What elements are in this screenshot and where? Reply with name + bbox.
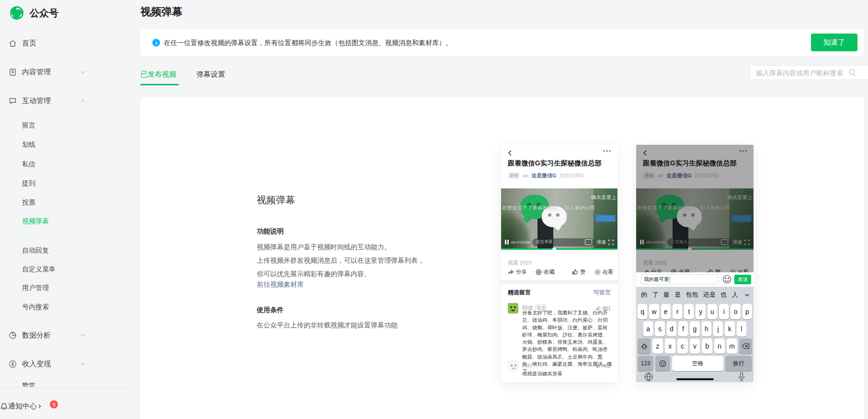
sidebar-subitem-video-danmaku[interactable]: 视频弹幕 [0, 217, 115, 226]
keyboard-key[interactable]: s [655, 321, 664, 337]
keyboard-key[interactable]: x [665, 338, 675, 354]
got-it-button[interactable]: 知道了 [811, 34, 857, 51]
sidebar-subitem-underline[interactable]: 划线 [0, 140, 115, 150]
sidebar-subitem-mention[interactable]: 提到 [0, 179, 115, 188]
video-player[interactable]: 确实是爱上了 在校生流下了羡慕的泪水 别人家的公司 05:17/23:54 发送… [501, 188, 617, 250]
author-link[interactable]: 这是微信G [531, 172, 557, 179]
sidebar-item-interaction-management[interactable]: 互动管理 [0, 95, 115, 106]
video-progress-bar[interactable] [501, 248, 617, 250]
bell-icon [0, 402, 8, 410]
danmaku-toggle-icon[interactable]: ✓ [585, 239, 592, 245]
sidebar-subitem-user-management[interactable]: 用户管理 [0, 283, 115, 293]
pause-button[interactable] [505, 240, 509, 244]
keyboard-key[interactable]: g [690, 321, 699, 337]
sidebar-item-content-management[interactable]: 内容管理 [0, 67, 115, 77]
sidebar-subitem-vote[interactable]: 投票 [0, 198, 115, 208]
keyboard-key[interactable]: t [684, 304, 694, 319]
suggestion-candidate[interactable]: 的 [641, 291, 647, 299]
comment-like-button[interactable]: 402 [596, 363, 611, 369]
globe-icon[interactable] [644, 372, 653, 382]
keyboard-key[interactable]: i [719, 304, 729, 319]
keyboard-key[interactable]: q [638, 304, 647, 319]
sidebar-subitem-account-search[interactable]: 号内搜索 [0, 303, 115, 312]
fullscreen-icon[interactable] [608, 240, 614, 245]
keyboard-key[interactable]: y [696, 304, 705, 319]
app-logo: 公众号 [10, 6, 58, 20]
search-icon[interactable] [848, 69, 857, 77]
keyboard-key[interactable]: u [708, 304, 717, 319]
sidebar-item-monetization[interactable]: 收入变现 [0, 359, 115, 369]
write-comment-link[interactable]: 写留言 [594, 289, 611, 297]
back-chevron-icon[interactable] [507, 150, 514, 156]
author-id: wx [523, 173, 528, 178]
danmaku-input-pill[interactable]: 发送弹幕 ✓ [532, 238, 594, 246]
sidebar-subitem-auto-reply[interactable]: 自动回复 [0, 246, 115, 256]
keyboard-key[interactable]: z [652, 338, 663, 354]
share-button[interactable]: 分享 [508, 268, 527, 276]
keyboard-key[interactable]: h [702, 321, 711, 337]
keyboard-key[interactable]: b [702, 338, 712, 354]
sidebar-item-home[interactable]: 首页 [0, 38, 115, 48]
keyboard-key[interactable]: v [690, 338, 700, 354]
keyboard-key[interactable]: f [678, 321, 688, 337]
progress-handle[interactable] [552, 247, 556, 250]
keyboard-key[interactable]: w [649, 304, 659, 319]
sidebar-subitem-clipped[interactable]: 赞赏 [0, 381, 115, 387]
keyboard-key[interactable]: a [643, 321, 653, 337]
return-key[interactable]: 换行 [725, 356, 752, 371]
suggestion-candidate[interactable]: 了 [652, 291, 658, 299]
go-to-video-library-link[interactable]: 前往视频素材库 [257, 280, 304, 289]
suggestion-candidate[interactable]: 还是 [703, 291, 716, 299]
suggestion-candidate[interactable]: 也 [721, 291, 727, 299]
suggestion-candidate[interactable]: 包包 [686, 291, 698, 299]
more-menu-icon[interactable]: ··· [603, 147, 612, 155]
thumb-up-icon [572, 269, 578, 275]
emoji-key[interactable] [655, 356, 670, 371]
keyboard-key[interactable]: m [727, 338, 737, 354]
active-tab-underline [140, 84, 179, 85]
keyboard-key[interactable]: c [677, 338, 688, 354]
keyboard-key[interactable]: o [731, 304, 740, 319]
sidebar-subitem-message[interactable]: 留言 [0, 121, 115, 130]
backspace-key[interactable] [739, 338, 752, 354]
sidebar-item-data-analysis[interactable]: 数据分析 [0, 330, 115, 340]
keyboard-key[interactable]: j [713, 321, 723, 337]
numeric-key[interactable]: 123 [638, 356, 653, 371]
comment-input-bar: 我的最可爱 发送 [636, 272, 754, 287]
suggestion-candidate[interactable]: 人 [732, 291, 738, 299]
suggestion-candidate[interactable]: 是 [674, 291, 681, 299]
keyboard-key[interactable]: k [725, 321, 734, 337]
favorite-label: 收藏 [544, 268, 555, 276]
like-button[interactable]: 赞 [572, 268, 586, 276]
shift-key[interactable] [638, 338, 651, 354]
sidebar-item-notification-center[interactable]: 通知中心 9 [0, 401, 115, 411]
keyboard-key[interactable]: l [737, 321, 746, 337]
suggestions-expand-chevron-icon[interactable] [744, 292, 750, 298]
keyboard-key[interactable]: n [714, 338, 725, 354]
sidebar-item-label: 内容管理 [22, 68, 51, 77]
chevron-down-icon [80, 333, 86, 338]
space-key[interactable]: 空格 [672, 356, 723, 371]
sidebar-subitem-custom-menu[interactable]: 自定义菜单 [0, 265, 115, 274]
danmaku-comment: 确实是爱上了 [591, 194, 617, 201]
keyboard-key[interactable]: d [667, 321, 676, 337]
emoji-icon[interactable] [722, 275, 731, 284]
favorite-button[interactable]: 收藏 [536, 268, 555, 276]
keyboard-key[interactable]: e [661, 304, 671, 319]
sidebar-subitem-label: 投票 [22, 198, 35, 207]
sidebar-subitem-label: 视频弹幕 [22, 217, 49, 226]
keyboard-key[interactable]: p [742, 304, 752, 319]
feature-line-3: 你可以优先展示精彩有趣的弹幕内容。 [257, 267, 424, 280]
send-button[interactable]: 发送 [734, 275, 751, 284]
tab-published-videos[interactable]: 已发布视频 [140, 70, 176, 79]
danmaku-text-input[interactable]: 我的最可爱 [641, 274, 719, 284]
info-banner: i 在任一位置修改视频的弹幕设置，所有位置都将同步生效（包括图文消息、视频消息和… [140, 29, 864, 56]
wow-button[interactable]: 在看 [594, 268, 614, 276]
mic-icon[interactable] [738, 372, 745, 382]
suggestion-candidate[interactable]: 最 [663, 291, 670, 299]
comments-title: 精选留言 [508, 289, 531, 297]
sidebar-subitem-private-message[interactable]: 私信 [0, 160, 115, 169]
keyboard-key[interactable]: r [673, 304, 682, 319]
tab-danmaku-settings[interactable]: 弹幕设置 [196, 70, 225, 79]
playback-speed-button[interactable]: 倍速 [597, 239, 606, 245]
